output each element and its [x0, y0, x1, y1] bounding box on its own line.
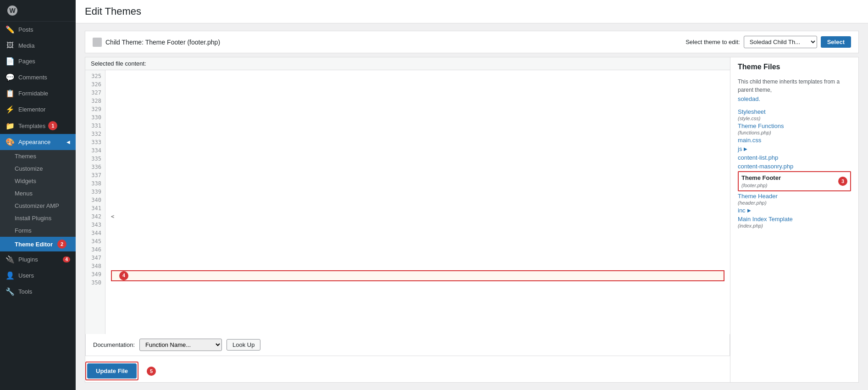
file-name: Child Theme: Theme Footer (footer.php) [105, 39, 220, 46]
sidebar-subitem-theme-editor-label: Theme Editor [15, 241, 53, 248]
theme-file-content-list: content-list.php [738, 154, 851, 162]
js-expand-arrow-icon: ▶ [744, 146, 747, 151]
content-list-link[interactable]: content-list.php [738, 154, 851, 162]
sidebar-item-appearance-label: Appearance [18, 139, 50, 145]
theme-functions-link[interactable]: Theme Functions [738, 122, 851, 130]
sidebar-item-users-label: Users [18, 272, 34, 279]
update-file-button[interactable]: Update File [87, 363, 137, 379]
comments-icon: 💬 [6, 73, 15, 82]
main-index-subtitle: (index.php) [738, 223, 851, 228]
topbar: Edit Themes [76, 0, 868, 23]
media-icon: 🖼 [6, 41, 15, 50]
theme-file-js: js ▶ [738, 145, 851, 153]
theme-file-group: Stylesheet (style.css) Theme Functions (… [738, 108, 851, 228]
select-theme-button[interactable]: Select [821, 36, 851, 48]
editor-container: Selected file content: 32532632732832933… [85, 57, 859, 383]
theme-footer-content: Theme Footer (footer.php) [741, 174, 835, 189]
sidebar-subitem-theme-editor[interactable]: Theme Editor 2 [0, 237, 76, 251]
posts-icon: ✏️ [6, 25, 15, 34]
formidable-icon: 📋 [6, 89, 15, 98]
line-numbers: 3253263273283293303313323333343353363373… [85, 70, 105, 334]
theme-file-content-masonry: content-masonry.php [738, 162, 851, 170]
wp-icon: W [7, 6, 17, 16]
wp-logo: W [0, 0, 76, 22]
sidebar-subitem-menus[interactable]: Menus [0, 187, 76, 200]
theme-files-title: Theme Files [738, 63, 851, 71]
annotation-4: 4 [119, 271, 128, 280]
sidebar-item-elementor[interactable]: ⚡ Elementor [0, 101, 76, 117]
js-link[interactable]: js [738, 145, 742, 153]
documentation-label: Documentation: [93, 341, 135, 348]
sidebar-item-plugins[interactable]: 🔌 Plugins 4 [0, 251, 76, 267]
tools-icon: 🔧 [6, 287, 15, 296]
theme-file-stylesheet: Stylesheet (style.css) [738, 108, 851, 121]
js-expand[interactable]: js ▶ [738, 145, 851, 153]
sidebar-item-plugins-label: Plugins [18, 256, 38, 263]
plugins-badge: 4 [63, 256, 70, 262]
theme-file-inc: inc ▶ [738, 206, 851, 214]
sidebar-item-formidable-label: Formidable [18, 90, 48, 97]
parent-theme-link[interactable]: soledad. [738, 94, 851, 104]
theme-header-subtitle: (header.php) [738, 200, 851, 206]
appearance-arrow-icon: ◀ [66, 139, 70, 145]
sidebar-item-tools[interactable]: 🔧 Tools [0, 284, 76, 300]
selected-file-label: Selected file content: [85, 57, 730, 70]
sidebar-item-comments[interactable]: 💬 Comments [0, 69, 76, 85]
sidebar-item-posts[interactable]: ✏️ Posts [0, 22, 76, 38]
inc-expand[interactable]: inc ▶ [738, 206, 851, 214]
theme-select-area: Select theme to edit: Soledad Child Th..… [686, 36, 851, 48]
main-content: Edit Themes Child Theme: Theme Footer (f… [76, 0, 868, 390]
sidebar-subitem-install-plugins[interactable]: Install Plugins [0, 212, 76, 224]
update-file-wrap: Update File [85, 362, 138, 380]
content-masonry-link[interactable]: content-masonry.php [738, 162, 851, 170]
pages-icon: 📄 [6, 57, 15, 66]
sidebar-item-media-label: Media [18, 42, 34, 49]
sidebar-item-pages[interactable]: 📄 Pages [0, 53, 76, 69]
sidebar-item-templates-label: Templates [18, 123, 45, 129]
theme-footer-link[interactable]: Theme Footer [741, 174, 835, 182]
sidebar-subitem-widgets[interactable]: Widgets [0, 175, 76, 187]
sidebar-item-media[interactable]: 🖼 Media [0, 38, 76, 53]
theme-select-dropdown[interactable]: Soledad Child Th... [744, 36, 817, 48]
elementor-icon: ⚡ [6, 105, 15, 114]
code-editor-wrap: Selected file content: 32532632732832933… [85, 57, 730, 383]
main-css-link[interactable]: main.css [738, 136, 851, 144]
sidebar-item-posts-label: Posts [18, 26, 33, 33]
annotation-3: 3 [838, 177, 847, 186]
theme-select-label: Select theme to edit: [686, 39, 740, 45]
theme-file-main-css: main.css [738, 136, 851, 144]
sidebar-subitem-customize[interactable]: Customize [0, 162, 76, 175]
annotation-5: 5 [147, 367, 156, 376]
sidebar-subitem-themes[interactable]: Themes [0, 150, 76, 162]
sidebar-item-pages-label: Pages [18, 58, 35, 65]
sidebar-item-users[interactable]: 👤 Users [0, 267, 76, 284]
sidebar-item-templates[interactable]: 📁 Templates 1 [0, 117, 76, 134]
function-name-select[interactable]: Function Name... [139, 339, 222, 351]
main-index-link[interactable]: Main Index Template [738, 215, 851, 223]
update-area: Update File 5 [85, 356, 730, 382]
plugins-icon: 🔌 [6, 255, 15, 264]
sidebar: W ✏️ Posts 🖼 Media 📄 Pages 💬 Comments 📋 … [0, 0, 76, 390]
sidebar-subitem-customizer-amp[interactable]: Customizer AMP [0, 200, 76, 212]
appearance-icon: 🎨 [6, 138, 15, 146]
sidebar-subitem-forms[interactable]: Forms [0, 224, 76, 237]
theme-file-functions: Theme Functions (functions.php) [738, 122, 851, 135]
sidebar-item-tools-label: Tools [18, 288, 32, 295]
theme-inherit-msg: This child theme inherits templates from… [738, 78, 851, 104]
file-icon [93, 38, 102, 47]
inc-link[interactable]: inc [738, 206, 746, 214]
appearance-submenu: Themes Customize Widgets Menus Customize… [0, 150, 76, 251]
sidebar-subitem-customizer-amp-label: Customizer AMP [15, 202, 59, 209]
sidebar-subitem-forms-label: Forms [15, 227, 32, 234]
sidebar-item-formidable[interactable]: 📋 Formidable [0, 85, 76, 101]
theme-edit-header: Child Theme: Theme Footer (footer.php) S… [85, 31, 859, 53]
code-content[interactable]: < 4 [105, 70, 730, 334]
look-up-button[interactable]: Look Up [227, 339, 260, 351]
content-area: Child Theme: Theme Footer (footer.php) S… [76, 23, 868, 390]
stylesheet-subtitle: (style.css) [738, 116, 851, 121]
code-editor[interactable]: 3253263273283293303313323333343353363373… [85, 70, 730, 334]
theme-header-link[interactable]: Theme Header [738, 192, 851, 200]
sidebar-item-appearance[interactable]: 🎨 Appearance ◀ [0, 134, 76, 150]
file-info: Child Theme: Theme Footer (footer.php) [93, 38, 220, 47]
stylesheet-link[interactable]: Stylesheet [738, 108, 851, 116]
